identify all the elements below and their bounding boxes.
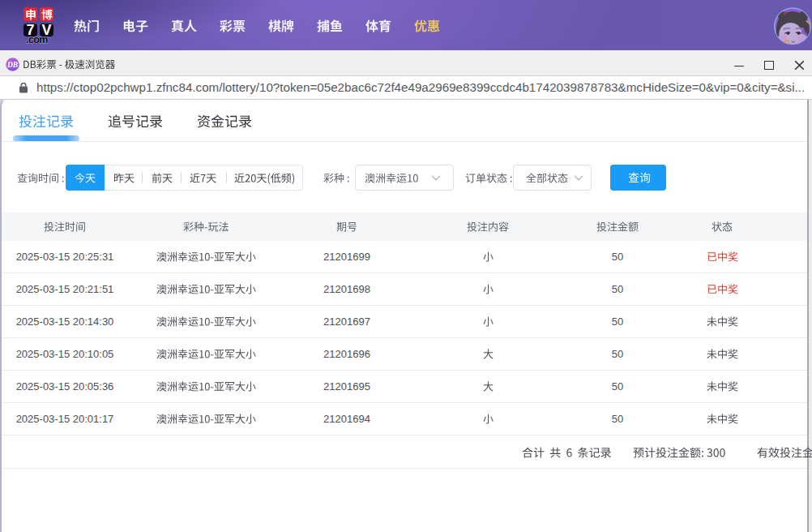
svg-text:.com: .com bbox=[26, 34, 48, 45]
svg-text:DB: DB bbox=[6, 61, 18, 69]
